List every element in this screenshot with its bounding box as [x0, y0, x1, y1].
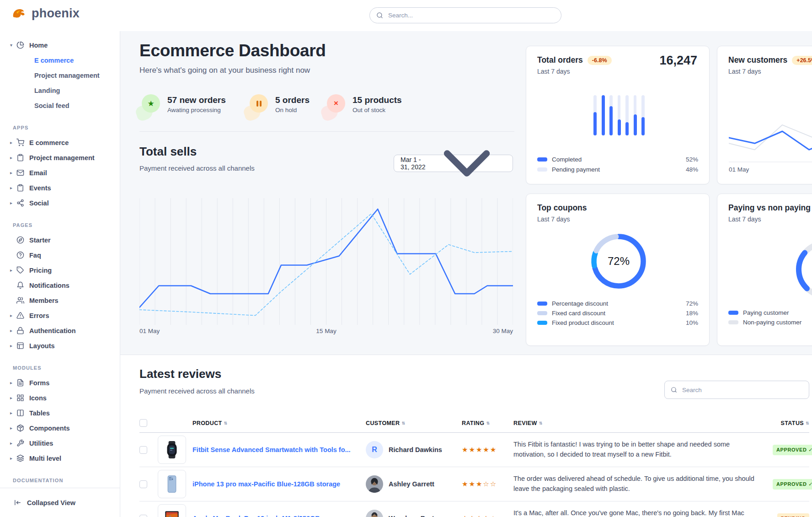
- sort-header[interactable]: STATUS ⇅: [781, 420, 810, 426]
- sidebar-item-layouts[interactable]: ▸Layouts: [0, 338, 120, 353]
- sidebar-item-components[interactable]: ▸Components: [0, 420, 120, 436]
- caret-right-icon: ▸: [10, 395, 16, 400]
- column-header-customer: CUSTOMER ⇅: [366, 420, 462, 426]
- latest-reviews-section: Latest reviews Payment received across a…: [120, 355, 812, 517]
- star-icon: ★: [140, 94, 160, 114]
- legend-value: 10%: [686, 319, 698, 326]
- layout-icon: [16, 342, 24, 350]
- chevron-down-icon: [427, 124, 506, 203]
- sidebar-item-icons[interactable]: ▸Icons: [0, 390, 120, 405]
- sidebar-item-label: Members: [29, 297, 59, 304]
- product-cell: iPhone 13 pro max-Pacific Blue-128GB sto…: [192, 480, 366, 488]
- sort-icon: ⇅: [486, 421, 490, 425]
- sort-icon: ⇅: [539, 421, 543, 425]
- lock-icon: [16, 327, 24, 334]
- row-checkbox[interactable]: [139, 515, 147, 517]
- sort-icon: ⇅: [224, 421, 228, 425]
- sidebar-item-label: E commerce: [29, 139, 69, 146]
- date-range-select[interactable]: Mar 1 - 31, 2022: [394, 155, 513, 172]
- legend-label: Completed: [552, 156, 582, 163]
- sidebar-item-e-commerce[interactable]: E commerce: [0, 53, 120, 68]
- sidebar-item-e-commerce[interactable]: ▸E commerce: [0, 135, 120, 150]
- sidebar-item-label: Events: [29, 184, 51, 192]
- legend-value: 72%: [686, 300, 698, 307]
- row-checkbox[interactable]: [139, 446, 147, 454]
- sidebar-item-label: Home: [29, 42, 48, 49]
- stat-value: 15 products: [353, 95, 402, 105]
- top-navbar: phoenix: [0, 0, 812, 31]
- sort-header[interactable]: RATING ⇅: [462, 420, 513, 426]
- column-header-review: REVIEW ⇅: [513, 420, 773, 426]
- sidebar-item-label: Multi level: [29, 455, 61, 462]
- row-checkbox-cell: [139, 480, 158, 488]
- caret-right-icon: ▸: [10, 185, 16, 190]
- reviews-search-input[interactable]: [681, 386, 803, 394]
- sort-header[interactable]: CUSTOMER ⇅: [366, 420, 462, 426]
- card-period: Last 7 days: [537, 68, 570, 75]
- select-all-checkbox[interactable]: [139, 419, 147, 427]
- sort-header[interactable]: PRODUCT ⇅: [192, 420, 366, 426]
- legend-swatch: [537, 321, 547, 325]
- product-link[interactable]: Fitbit Sense Advanced Smartwatch with To…: [192, 446, 366, 453]
- sidebar-item-starter[interactable]: Starter: [0, 232, 120, 248]
- sidebar-item-landing[interactable]: Landing: [0, 83, 120, 98]
- legend-value: 18%: [686, 310, 698, 317]
- column-header-rating: RATING ⇅: [462, 420, 513, 426]
- tag-icon: [16, 266, 24, 274]
- x-tick: 30 May: [493, 328, 513, 334]
- reviews-table-header: PRODUCT ⇅CUSTOMER ⇅RATING ⇅REVIEW ⇅STATU…: [139, 414, 809, 433]
- x-tick: 15 May: [316, 328, 336, 334]
- sidebar-item-utilities[interactable]: ▸Utilities: [0, 436, 120, 451]
- table-row: Fitbit Sense Advanced Smartwatch with To…: [139, 433, 809, 467]
- row-checkbox-cell: [139, 515, 158, 517]
- sidebar-item-social-feed[interactable]: Social feed: [0, 98, 120, 113]
- global-search: [369, 7, 561, 23]
- mail-icon: [16, 169, 24, 177]
- sidebar-item-notifications[interactable]: Notifications: [0, 278, 120, 293]
- sidebar-item-authentication[interactable]: ▸Authentication: [0, 323, 120, 338]
- avatar: R: [366, 441, 383, 458]
- sidebar-item-project-management[interactable]: ▸Project management: [0, 150, 120, 165]
- columns-icon: [16, 409, 24, 417]
- legend-item: Percentage discount72%: [537, 300, 698, 307]
- product-thumb-cell: [158, 504, 192, 517]
- sidebar-collapse-toggle[interactable]: Collapsed View: [0, 488, 120, 517]
- sort-header[interactable]: REVIEW ⇅: [513, 420, 773, 426]
- sidebar-item-forms[interactable]: ▸Forms: [0, 375, 120, 390]
- sidebar-item-home[interactable]: ▾Home: [0, 38, 120, 53]
- brand-logo[interactable]: phoenix: [12, 6, 80, 21]
- product-link[interactable]: iPhone 13 pro max-Pacific Blue-128GB sto…: [192, 480, 366, 488]
- sidebar-item-events[interactable]: ▸Events: [0, 180, 120, 195]
- stat-label: Awating processing: [167, 107, 226, 113]
- caret-right-icon: ▸: [10, 328, 16, 333]
- product-link[interactable]: Apple MacBook Pro 13 inch-M1-8/256GB: [192, 515, 366, 517]
- sidebar-item-tables[interactable]: ▸Tables: [0, 405, 120, 420]
- sidebar-item-members[interactable]: Members: [0, 293, 120, 308]
- row-checkbox[interactable]: [139, 480, 147, 488]
- card-title: New customers: [728, 55, 787, 65]
- global-search-input[interactable]: [387, 11, 555, 19]
- sidebar-item-email[interactable]: ▸Email: [0, 165, 120, 180]
- legend-label: Fixed card discount: [552, 310, 605, 317]
- alert-triangle-icon: [16, 312, 24, 319]
- sidebar-item-multi-level[interactable]: ▸Multi level: [0, 451, 120, 466]
- sidebar-item-errors[interactable]: ▸Errors: [0, 308, 120, 323]
- sidebar-item-project-management[interactable]: Project management: [0, 68, 120, 83]
- top-coupons-card: Top coupons Last 7 days 72% Percentage d…: [526, 194, 710, 346]
- sidebar-item-faq[interactable]: Faq: [0, 248, 120, 263]
- file-text-icon: [16, 379, 24, 387]
- pause-icon: [248, 94, 268, 114]
- sidebar-item-social[interactable]: ▸Social: [0, 195, 120, 210]
- review-text: The order was delivered ahead of schedul…: [513, 474, 773, 494]
- caret-right-icon: ▸: [10, 410, 16, 415]
- table-row: iPhone 13 pro max-Pacific Blue-128GB sto…: [139, 467, 809, 501]
- header-checkbox-cell: [139, 419, 158, 427]
- card-title: Top coupons: [537, 203, 587, 213]
- total-sells-chart: [139, 194, 513, 325]
- status-badge: PENDING: [777, 513, 809, 517]
- stat-label: Out of stock: [353, 107, 402, 113]
- sidebar-item-pricing[interactable]: ▸Pricing: [0, 263, 120, 278]
- sidebar-item-label: Authentication: [29, 327, 76, 334]
- shopping-cart-icon: [16, 139, 24, 146]
- change-badge: +26.5%: [792, 56, 812, 65]
